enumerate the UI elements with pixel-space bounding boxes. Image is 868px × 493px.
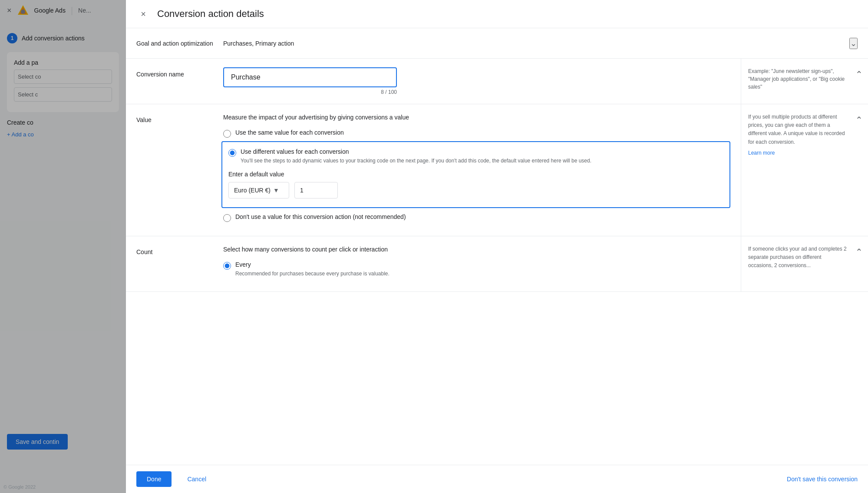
count-label: Count xyxy=(126,236,213,291)
default-value-input[interactable] xyxy=(294,182,338,199)
count-option-every[interactable]: Every Recommended for purchases because … xyxy=(223,261,730,278)
value-option-different-label: Use different values for each conversion xyxy=(241,148,349,155)
value-option-same-label: Use the same value for each conversion xyxy=(235,129,344,136)
value-option-different-box: Use different values for each conversion… xyxy=(221,141,730,208)
cancel-button[interactable]: Cancel xyxy=(177,471,217,487)
count-section: Count Select how many conversions to cou… xyxy=(126,236,868,292)
value-option-same[interactable]: Use the same value for each conversion xyxy=(223,129,730,138)
footer-left-actions: Done Cancel xyxy=(136,471,217,487)
value-section: Value Measure the impact of your adverti… xyxy=(126,104,868,236)
done-button[interactable]: Done xyxy=(136,471,172,487)
help-example-text: Example: "June newsletter sign-ups", "Ma… xyxy=(748,67,847,91)
goal-chevron-icon[interactable]: ⌄ xyxy=(849,38,858,49)
value-radio-same[interactable] xyxy=(223,130,231,138)
char-count: 8 / 100 xyxy=(223,89,397,95)
copyright: © Google 2022 xyxy=(3,484,36,490)
conversion-name-input[interactable] xyxy=(223,67,397,87)
value-help-text: If you sell multiple products at differe… xyxy=(748,113,847,146)
learn-more-link[interactable]: Learn more xyxy=(748,150,847,156)
goal-row: Goal and action optimization Purchases, … xyxy=(126,28,868,59)
count-option-every-sublabel: Recommended for purchases because every … xyxy=(235,270,389,278)
count-help: If someone clicks your ad and completes … xyxy=(741,236,854,291)
value-radio-different[interactable] xyxy=(228,149,236,157)
conversion-name-content: 8 / 100 xyxy=(213,59,741,104)
value-option-different[interactable]: Use different values for each conversion… xyxy=(228,148,723,165)
count-radio-every[interactable] xyxy=(223,262,231,270)
count-description: Select how many conversions to count per… xyxy=(223,245,730,254)
modal-close-button[interactable]: × xyxy=(136,7,150,21)
value-option-none-label: Don't use a value for this conversion ac… xyxy=(235,213,406,220)
count-option-every-label: Every xyxy=(235,261,251,268)
currency-chevron-icon: ▼ xyxy=(273,187,279,194)
count-toggle-icon[interactable]: ⌃ xyxy=(854,245,865,259)
value-option-different-sublabel: You'll see the steps to add dynamic valu… xyxy=(241,157,591,165)
value-toggle-icon[interactable]: ⌃ xyxy=(854,113,865,127)
conversion-name-help: Example: "June newsletter sign-ups", "Ma… xyxy=(741,59,854,104)
modal-body: Goal and action optimization Purchases, … xyxy=(126,28,868,465)
count-content: Select how many conversions to count per… xyxy=(213,236,741,291)
value-label: Value xyxy=(126,104,213,236)
currency-label: Euro (EUR €) xyxy=(234,187,271,194)
conversion-name-toggle-icon[interactable]: ⌃ xyxy=(854,67,865,81)
modal-header: × Conversion action details xyxy=(126,0,868,28)
value-option-none[interactable]: Don't use a value for this conversion ac… xyxy=(223,213,730,222)
value-content: Measure the impact of your advertising b… xyxy=(213,104,741,236)
conversion-name-label: Conversion name xyxy=(126,59,213,104)
count-help-text: If someone clicks your ad and completes … xyxy=(748,245,847,270)
modal-title: Conversion action details xyxy=(157,8,264,20)
example-label: Example: xyxy=(748,68,771,74)
value-inputs: Euro (EUR €) ▼ xyxy=(228,182,723,199)
value-radio-none[interactable] xyxy=(223,214,231,222)
default-value-label: Enter a default value xyxy=(228,171,723,178)
conversion-name-section: Conversion name 8 / 100 Example: "June n… xyxy=(126,59,868,104)
goal-label: Goal and action optimization xyxy=(136,40,223,47)
currency-select[interactable]: Euro (EUR €) ▼ xyxy=(228,182,289,199)
goal-value: Purchases, Primary action xyxy=(223,40,849,47)
value-help: If you sell multiple products at differe… xyxy=(741,104,854,236)
modal-container: × Conversion action details Goal and act… xyxy=(126,0,868,493)
dont-save-button[interactable]: Don't save this conversion xyxy=(787,476,858,483)
modal-footer: Done Cancel Don't save this conversion xyxy=(126,465,868,493)
value-description: Measure the impact of your advertising b… xyxy=(223,113,730,122)
dim-overlay xyxy=(0,0,126,493)
